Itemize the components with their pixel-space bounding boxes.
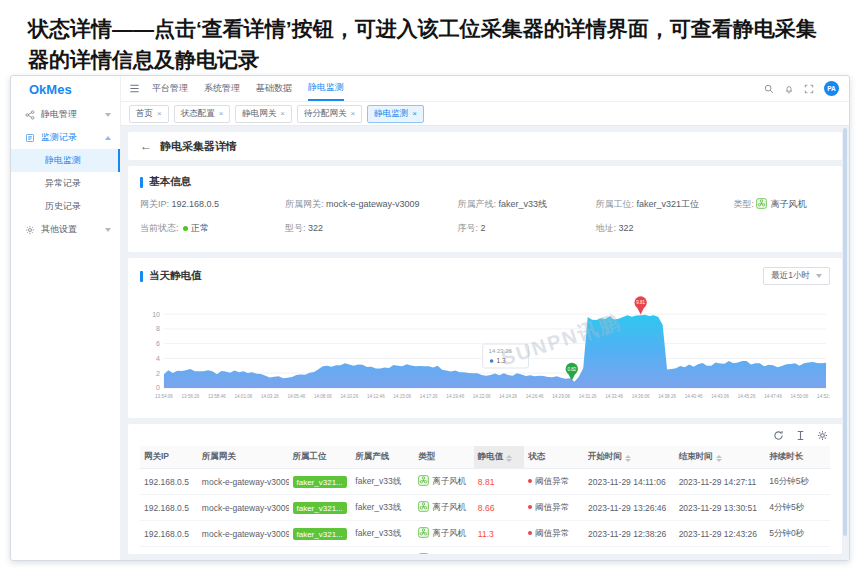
menu-collapse-icon[interactable] [129, 76, 140, 101]
sort-icon[interactable] [506, 455, 512, 462]
page-caption: 状态详情——点击‘查看详情’按钮，可进入该工位采集器的详情界面，可查看静电采集器… [0, 0, 860, 75]
column-header-9: 持续时长 [765, 446, 830, 469]
topnav-item-1[interactable]: 系统管理 [204, 76, 240, 101]
basic-info-grid: 网关IP: 192.168.0.5所属网关: mock-e-gateway-v3… [140, 198, 830, 235]
svg-text:14:23:26: 14:23:26 [489, 348, 513, 354]
svg-text:14:26:46: 14:26:46 [526, 394, 544, 399]
info-field: 当前状态: 正常 [140, 222, 285, 235]
tab-3[interactable]: 待分配网关× [297, 105, 362, 123]
avatar[interactable]: PA [824, 81, 839, 96]
refresh-icon[interactable] [773, 430, 784, 441]
svg-text:14:38:26: 14:38:26 [658, 394, 676, 399]
tab-label: 静电监测 [374, 108, 408, 120]
svg-text:14:01:06: 14:01:06 [234, 394, 252, 399]
svg-text:14:43:06: 14:43:06 [711, 394, 729, 399]
table-row[interactable]: 192.168.0.5mock-e-gateway-v3009faker_v32… [140, 547, 830, 555]
settings-gear-icon[interactable] [817, 430, 828, 441]
svg-text:13:54:06: 13:54:06 [155, 394, 173, 399]
fullscreen-icon[interactable] [804, 84, 814, 94]
tab-label: 待分配网关 [304, 108, 347, 120]
static-value-chart[interactable]: 024681013:54:0613:56:2613:58:4614:01:061… [140, 294, 830, 412]
close-tab-icon[interactable]: × [412, 109, 417, 118]
chevron-icon [105, 228, 111, 232]
topnav-item-2[interactable]: 基础数据 [256, 76, 292, 101]
chart-tooltip: 14:23:261.3 [483, 344, 529, 368]
density-icon[interactable] [795, 430, 806, 441]
column-header-4: 类型 [414, 446, 474, 469]
station-tag: faker_v321... [293, 502, 347, 514]
svg-text:14:19:46: 14:19:46 [446, 394, 464, 399]
info-field: 序号: 2 [457, 222, 595, 235]
gear-icon [25, 225, 35, 235]
bell-icon[interactable] [784, 84, 794, 94]
app-window: OkMes 静电管理监测记录静电监测异常记录历史记录其他设置 平台管理系统管理基… [10, 75, 850, 561]
records-table: 网关IP所属网关所属工位所属产线类型静电值状态开始时间结束时间持续时长192.1… [140, 446, 830, 554]
svg-text:14:36:06: 14:36:06 [632, 394, 650, 399]
alarm-dot [528, 505, 532, 509]
column-header-5[interactable]: 静电值 [474, 446, 524, 469]
tab-label: 首页 [136, 108, 153, 120]
svg-text:14:17:26: 14:17:26 [420, 394, 438, 399]
svg-text:2: 2 [156, 370, 160, 377]
detail-header: ← 静电采集器详情 [128, 132, 842, 160]
info-field: 类型: 离子风机 [733, 198, 830, 211]
records-icon [25, 133, 35, 143]
chevron-icon [105, 113, 111, 117]
sidebar-group-0[interactable]: 静电管理 [11, 103, 120, 126]
chart-area: SUNPN讯鹏 024681013:54:0613:56:2613:58:461… [140, 294, 830, 412]
sidebar-item-1-0[interactable]: 静电监测 [11, 149, 120, 172]
svg-text:14:03:26: 14:03:26 [261, 394, 279, 399]
fan-icon [418, 502, 432, 512]
topnav-item-3[interactable]: 静电监测 [308, 76, 344, 101]
topbar-actions: PA [764, 76, 839, 101]
time-range-select[interactable]: 最近1小时 [763, 267, 830, 285]
column-header-2: 所属工位 [289, 446, 352, 469]
records-table-card: 网关IP所属网关所属工位所属产线类型静电值状态开始时间结束时间持续时长192.1… [128, 424, 842, 554]
top-nav: 平台管理系统管理基础数据静电监测 [152, 76, 344, 101]
back-button[interactable]: ← [140, 139, 152, 153]
content: ← 静电采集器详情 基本信息 网关IP: 192.168.0.5所属网关: mo… [121, 126, 849, 560]
main-area: 平台管理系统管理基础数据静电监测 PA 首页×状态配置×静电网关×待分配网关×静… [121, 76, 849, 560]
sidebar-item-1-2[interactable]: 历史记录 [11, 195, 120, 218]
sidebar-group-1[interactable]: 监测记录 [11, 126, 120, 149]
close-tab-icon[interactable]: × [280, 109, 285, 118]
detail-title: 静电采集器详情 [160, 139, 237, 154]
tab-0[interactable]: 首页× [129, 105, 169, 123]
svg-text:14:22:06: 14:22:06 [473, 394, 491, 399]
section-bar [140, 271, 143, 282]
table-row[interactable]: 192.168.0.5mock-e-gateway-v3009faker_v32… [140, 521, 830, 547]
close-tab-icon[interactable]: × [157, 109, 162, 118]
column-header-7[interactable]: 开始时间 [584, 446, 675, 469]
share-icon [25, 110, 35, 120]
tab-4[interactable]: 静电监测× [367, 105, 424, 123]
tab-2[interactable]: 静电网关× [235, 105, 292, 123]
table-toolbar [140, 427, 830, 446]
sort-icon[interactable] [625, 455, 631, 462]
static-value: 8.66 [474, 495, 524, 521]
alarm-dot [528, 531, 532, 535]
svg-text:14:50:06: 14:50:06 [791, 394, 809, 399]
close-tab-icon[interactable]: × [351, 109, 356, 118]
chevron-down-icon [816, 274, 822, 278]
svg-text:10: 10 [152, 311, 160, 318]
scrollbar-thumb[interactable] [843, 128, 847, 536]
svg-text:4: 4 [156, 355, 160, 362]
fan-icon [418, 476, 432, 486]
sort-icon[interactable] [716, 455, 722, 462]
fan-icon [418, 528, 432, 538]
table-row[interactable]: 192.168.0.5mock-e-gateway-v3009faker_v32… [140, 495, 830, 521]
sidebar: OkMes 静电管理监测记录静电监测异常记录历史记录其他设置 [11, 76, 121, 560]
sidebar-group-2[interactable]: 其他设置 [11, 218, 120, 241]
svg-text:14:05:46: 14:05:46 [287, 394, 305, 399]
topnav-item-0[interactable]: 平台管理 [152, 76, 188, 101]
sidebar-item-1-1[interactable]: 异常记录 [11, 172, 120, 195]
tab-1[interactable]: 状态配置× [174, 105, 231, 123]
close-tab-icon[interactable]: × [219, 109, 224, 118]
search-icon[interactable] [764, 84, 774, 94]
table-row[interactable]: 192.168.0.5mock-e-gateway-v3009faker_v32… [140, 469, 830, 495]
svg-text:14:40:46: 14:40:46 [685, 394, 703, 399]
app-logo: OkMes [11, 76, 120, 103]
svg-text:9.81: 9.81 [636, 300, 645, 305]
column-header-8[interactable]: 结束时间 [675, 446, 766, 469]
sidebar-group-label: 监测记录 [41, 131, 77, 144]
